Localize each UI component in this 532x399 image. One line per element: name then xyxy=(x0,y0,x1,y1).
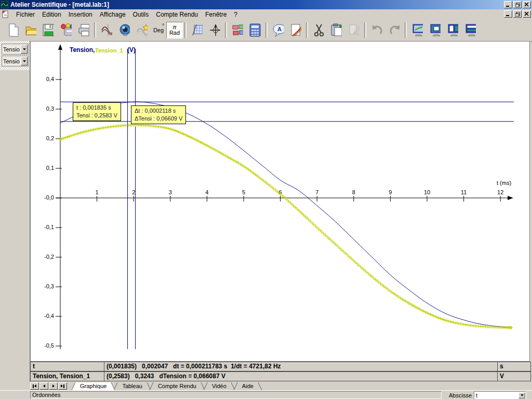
redo-icon[interactable] xyxy=(385,21,403,39)
x-tick-label: 11 xyxy=(461,189,467,195)
drawing-icon[interactable] xyxy=(287,21,304,39)
tension1-curve xyxy=(59,124,513,329)
menu-compte-rendu[interactable]: Compte Rendu xyxy=(152,10,202,19)
ordinate-selector-1-value: Tensio xyxy=(2,46,21,52)
svg-text:A: A xyxy=(277,26,282,32)
menu-edition[interactable]: Edition xyxy=(38,10,65,19)
abscissa-selector-value: t xyxy=(474,392,518,398)
tab-nav xyxy=(30,382,67,390)
y-tick-label: -0,5 xyxy=(44,342,54,349)
mdi-minimize-button[interactable] xyxy=(504,10,512,18)
menu-fichier[interactable]: Fichier xyxy=(12,10,38,19)
y-tick-label: 0,2 xyxy=(46,135,54,141)
application-window: Atelier Scientifique - [metal.lab:1] Fic… xyxy=(0,0,532,399)
tension-curve xyxy=(60,102,511,327)
last-tab-button[interactable] xyxy=(58,382,67,390)
toolbar-separator xyxy=(364,22,366,38)
chevron-down-icon[interactable] xyxy=(21,45,28,54)
restore-button[interactable] xyxy=(513,1,522,8)
rad-toggle[interactable]: π Rad xyxy=(166,22,183,38)
tab-bar: Graphique Tableau Compte Rendu Vidéo Aid… xyxy=(0,382,532,390)
mdi-restore-button[interactable] xyxy=(513,10,522,18)
blocks-icon[interactable] xyxy=(229,21,246,39)
tab-compte-rendu[interactable]: Compte Rendu xyxy=(155,382,200,390)
ordinate-selector-1[interactable]: Tensio xyxy=(2,44,29,55)
y-tick-label: 0,4 xyxy=(46,76,54,82)
minimize-button[interactable] xyxy=(504,1,512,8)
readout-x-label: t xyxy=(30,362,104,371)
tab-tableau[interactable]: Tableau xyxy=(119,382,145,390)
chevron-down-icon[interactable] xyxy=(518,392,525,398)
readout-y-label: Tension, Tension_1 xyxy=(30,371,104,381)
ordinate-panel: Tensio Tensio xyxy=(0,41,30,399)
new-icon[interactable] xyxy=(4,21,22,39)
y-tick-label: -0,0 xyxy=(44,194,54,201)
format-paint-icon[interactable] xyxy=(345,21,363,39)
mdi-close-button[interactable] xyxy=(523,10,531,18)
toolbar-separator xyxy=(225,22,227,38)
cursor-tooltip[interactable]: t : 0,001835 s Tensi : 0,2583 V xyxy=(73,102,121,121)
annotation-icon[interactable]: A xyxy=(269,21,287,39)
next-tab-button[interactable] xyxy=(49,382,58,390)
layout-single-icon[interactable] xyxy=(426,21,444,39)
toolbar-separator xyxy=(184,22,187,38)
tabs: Graphique Tableau Compte Rendu Vidéo Aid… xyxy=(72,382,261,390)
readout-x-values: (0,001835) 0,002047 dt = 0,000211783 s 1… xyxy=(104,362,498,371)
degree-symbol: ° xyxy=(162,23,164,29)
model-curves-icon[interactable] xyxy=(133,21,151,39)
menu-insertion[interactable]: Insertion xyxy=(65,10,96,19)
graph-area[interactable]: 1234567891011120,40,30,20,1-0,0-0,1-0,2-… xyxy=(30,41,530,362)
y-axis-arrow xyxy=(58,44,62,50)
x-tick-label: 1 xyxy=(96,189,99,195)
menu-aide[interactable]: ? xyxy=(230,10,241,19)
delta-tooltip[interactable]: Δt : 0,0002118 s ΔTensi : 0,06609 V xyxy=(131,105,186,124)
menu-outils[interactable]: Outils xyxy=(129,10,153,19)
title-bar: Atelier Scientifique - [metal.lab:1] xyxy=(0,0,532,9)
y-tick-label: 0,3 xyxy=(46,105,54,112)
ordinate-selector-2[interactable]: Tensio xyxy=(2,56,29,66)
document-icon xyxy=(2,10,9,18)
curves-icon[interactable] xyxy=(98,21,115,39)
rad-label: Rad xyxy=(169,30,180,36)
chart-canvas[interactable]: 1234567891011120,40,30,20,1-0,0-0,1-0,2-… xyxy=(31,42,529,361)
x-tick-label: 9 xyxy=(389,189,392,195)
layout-hsplit-icon[interactable] xyxy=(461,21,479,39)
ordinate-status: Ordonnées xyxy=(30,391,442,399)
first-tab-button[interactable] xyxy=(30,382,39,390)
tab-aide[interactable]: Aide xyxy=(239,382,257,390)
x-axis-label: t (ms) xyxy=(497,180,511,186)
menu-affichage[interactable]: Affichage xyxy=(96,10,129,19)
menu-fenetre[interactable]: Fenêtre xyxy=(202,10,230,19)
x-tick-label: 10 xyxy=(424,189,430,195)
toolbar-separator xyxy=(94,22,96,38)
delta-tooltip-time: Δt : 0,0002118 s xyxy=(135,107,182,115)
tab-graphique[interactable]: Graphique xyxy=(77,382,110,390)
previous-tab-button[interactable] xyxy=(39,382,48,390)
abscissa-selector[interactable]: t xyxy=(474,391,526,399)
axes-icon[interactable] xyxy=(206,21,223,39)
cut-icon[interactable] xyxy=(310,21,327,39)
webcam-icon[interactable] xyxy=(115,21,133,39)
y-tick-label: -0,3 xyxy=(44,283,54,289)
close-button[interactable] xyxy=(523,1,531,8)
chevron-down-icon[interactable] xyxy=(21,57,28,65)
x-tick-label: 3 xyxy=(169,189,172,195)
calculator-icon[interactable] xyxy=(246,21,264,39)
y-tick-label: -0,1 xyxy=(44,224,54,230)
window-title: Atelier Scientifique - [metal.lab:1] xyxy=(10,1,109,8)
grid-icon[interactable] xyxy=(188,21,206,39)
tab-video[interactable]: Vidéo xyxy=(209,382,230,390)
paste-icon[interactable] xyxy=(327,21,345,39)
deg-toggle[interactable]: ° Deg xyxy=(151,22,166,38)
save-icon[interactable] xyxy=(39,21,57,39)
layout-graph-icon[interactable] xyxy=(408,21,426,39)
undo-icon[interactable] xyxy=(368,21,385,39)
x-axis-arrow xyxy=(508,196,513,200)
x-tick-label: 2 xyxy=(132,189,135,195)
print-icon[interactable] xyxy=(75,21,92,39)
x-tick-label: 7 xyxy=(315,189,318,195)
layout-vsplit-icon[interactable] xyxy=(444,21,461,39)
status-bar: Ordonnées Abscisse t xyxy=(0,390,532,399)
acquisition-icon[interactable] xyxy=(57,21,75,39)
open-icon[interactable] xyxy=(22,21,39,39)
